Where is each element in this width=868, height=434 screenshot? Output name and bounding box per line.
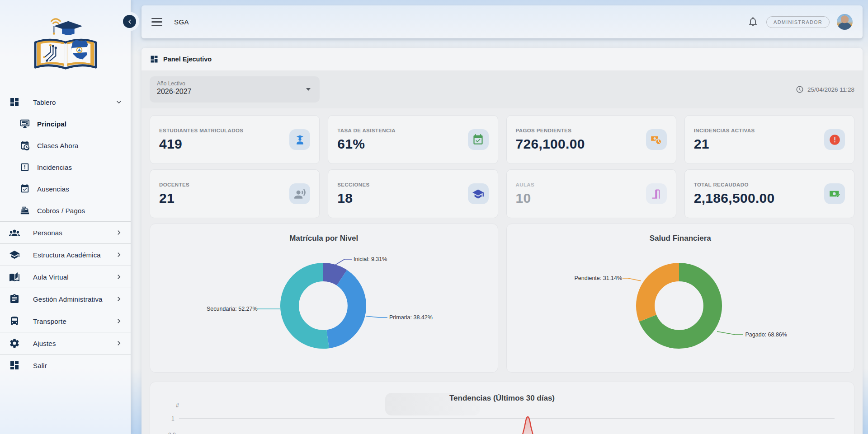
open-book-icon [9,271,20,282]
chart-title: Matrícula por Nivel [150,234,498,243]
dashboard-icon [9,97,20,107]
stat-card-asistencia: TASA DE ASISTENCIA61% [328,115,498,164]
timestamp-text: 25/04/2026 11:28 [807,86,854,93]
topbar-actions: ADMINISTRADOR [747,14,853,30]
dashboard-icon [150,55,159,64]
chart-matricula-por-nivel: Matrícula por Nivel Inicial: 9.31% Prima… [150,224,498,373]
page-background: Tablero Principal Clases Ahora Incidenci… [0,0,868,434]
callout-inicial: Inicial: 9.31% [354,256,387,262]
stat-card-pagos-pendientes: PAGOS PENDIENTES726,100.00 [506,115,676,164]
graduation-cap-icon [468,183,489,204]
monitor-dashboard-icon [20,119,31,129]
trend-line-chart [150,382,849,434]
top-app-bar: SGA ADMINISTRADOR [142,5,863,38]
dashboard-icon [9,360,20,371]
sidebar-item-ajustes[interactable]: Ajustes [0,332,131,354]
sidebar-item-cobros-pagos[interactable]: Cobros / Pagos [0,200,131,221]
gear-icon [9,338,20,349]
app-title: SGA [174,18,189,26]
callout-pendiente: Pendiente: 31.14% [575,275,621,281]
sidebar-item-gestion-administrativa[interactable]: Gestión Administrativa [0,288,131,310]
alert-box-icon [20,162,31,172]
cash-register-icon [20,205,31,215]
sidebar-item-tablero[interactable]: Tablero [0,91,131,113]
payment-clock-icon [646,129,667,150]
callout-primaria: Primaria: 38.42% [389,314,433,321]
bus-icon [9,316,20,327]
stat-card-incidencias: INCIDENCIAS ACTIVAS21 [684,115,854,164]
people-group-icon [9,227,20,238]
sidebar-item-incidencias[interactable]: Incidencias [0,156,131,178]
chevron-right-icon [114,339,123,348]
filter-bar: Año Lectivo 2026-2027 25/04/2026 11:28 [142,70,863,108]
graduation-cap-icon [9,249,20,260]
panel-header: Panel Ejecutivo [142,48,863,70]
chevron-right-icon [114,228,123,237]
sidebar-item-clases-ahora[interactable]: Clases Ahora [0,135,131,156]
year-select-label: Año Lectivo [157,80,312,87]
sidebar-collapse-button[interactable] [123,15,136,28]
caret-down-icon [306,88,311,91]
chevron-right-icon [114,317,123,326]
calendar-check-icon [20,184,31,194]
main-content: SGA ADMINISTRADOR Panel Ejecutivo Año Le… [131,0,868,434]
callout-secundaria: Secundaria: 52.27% [207,306,256,312]
callout-pagado: Pagado: 68.86% [745,331,787,338]
sidebar-item-personas[interactable]: Personas [0,222,131,243]
user-avatar[interactable] [837,14,853,30]
year-select[interactable]: Año Lectivo 2026-2027 [150,76,320,103]
menu-hamburger-icon[interactable] [151,18,162,26]
sidebar-item-ausencias[interactable]: Ausencias [0,178,131,200]
sidebar-item-principal[interactable]: Principal [0,113,131,135]
timestamp: 25/04/2026 11:28 [796,85,854,93]
chart-tendencias: Tendencias (Últimos 30 días) # 1 0.8 [150,382,854,434]
year-select-value: 2026-2027 [157,88,312,96]
alert-circle-icon [824,129,845,150]
money-check-icon [824,183,845,204]
donut-chart [279,261,368,350]
notifications-bell-icon[interactable] [747,16,759,28]
donut-chart [635,261,723,350]
page-title: Panel Ejecutivo [163,56,212,63]
sidebar: Tablero Principal Clases Ahora Incidenci… [0,0,131,434]
calendar-clock-icon [20,140,31,150]
chevron-right-icon [114,272,123,281]
chevron-left-icon [126,18,134,26]
logo-area [0,0,131,91]
stat-card-secciones: SECCIONES18 [328,169,498,218]
chevron-right-icon [114,294,123,303]
chart-title: Salud Financiera [507,234,854,243]
stat-card-total-recaudado: TOTAL RECAUDADO2,186,500.00 [684,169,854,218]
sidebar-item-transporte[interactable]: Transporte [0,310,131,332]
sidebar-item-salir[interactable]: Salir [0,355,131,376]
school-logo [29,17,102,75]
clock-icon [796,85,804,93]
student-icon [289,129,310,150]
chevron-right-icon [114,250,123,259]
chart-salud-financiera: Salud Financiera Pendiente: 31.14% Pagad… [506,224,855,373]
stat-card-estudiantes: ESTUDIANTES MATRICULADOS419 [150,115,320,164]
stat-card-docentes: DOCENTES21 [150,169,320,218]
chevron-down-icon [114,98,123,107]
open-door-icon [646,183,667,204]
sidebar-nav: Tablero Principal Clases Ahora Incidenci… [0,91,131,376]
role-badge[interactable]: ADMINISTRADOR [766,16,830,28]
calendar-check-icon [468,129,489,150]
dashboard-panel: Panel Ejecutivo Año Lectivo 2026-2027 25… [142,48,863,434]
stat-card-aulas: AULAS10 [506,169,676,218]
stats-grid: ESTUDIANTES MATRICULADOS419 TASA DE ASIS… [150,115,854,218]
teacher-voice-icon [289,183,310,204]
panel-body: ESTUDIANTES MATRICULADOS419 TASA DE ASIS… [142,108,863,434]
sidebar-item-aula-virtual[interactable]: Aula Virtual [0,266,131,288]
sidebar-item-estructura-academica[interactable]: Estructura Académica [0,244,131,266]
charts-row: Matrícula por Nivel Inicial: 9.31% Prima… [150,224,854,373]
clipboard-icon [9,294,20,304]
